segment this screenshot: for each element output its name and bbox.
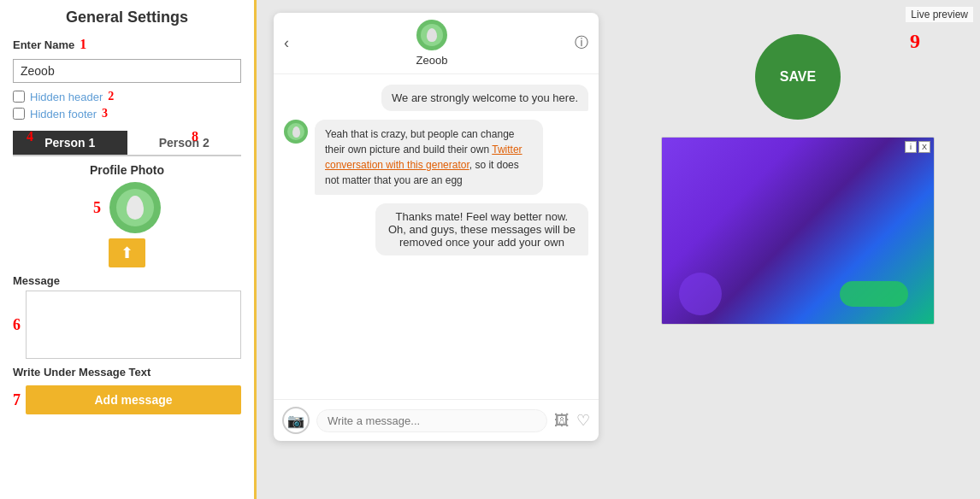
chat-bubble-right-2: Thanks mate! Feel way better now. Oh, an…	[375, 203, 588, 255]
message-textarea[interactable]	[26, 291, 241, 359]
right-panel: Live preview SAVE 9 i X	[616, 0, 980, 499]
person2-tab[interactable]: Person 2	[127, 131, 242, 155]
num1: 1	[80, 37, 86, 52]
upload-photo-button[interactable]: ⬆	[109, 238, 145, 267]
live-preview-label: Live preview	[906, 7, 973, 22]
person-tabs: 4 Person 1 Person 2 8	[13, 131, 241, 156]
settings-title: General Settings	[13, 9, 241, 26]
ad-box: i X	[661, 137, 935, 325]
num6: 6	[13, 316, 21, 334]
message-section: Message 6	[13, 274, 241, 359]
middle-panel: ‹ Zeoob ⓘ We are strongly welcome to you…	[257, 0, 616, 499]
ad-info-button[interactable]: i	[905, 141, 917, 153]
heart-icon[interactable]: ♡	[576, 411, 590, 430]
profile-photo-label: Profile Photo	[90, 163, 164, 177]
profile-photo-section: Profile Photo 5 ⬆	[13, 163, 241, 267]
profile-avatar	[109, 182, 161, 233]
chat-bubble-right-1: We are strongly welcome to you here.	[381, 85, 588, 111]
image-icon[interactable]: 🖼	[554, 412, 570, 430]
ad-green-blob	[840, 281, 908, 307]
num4: 4	[27, 129, 33, 144]
num7: 7	[13, 391, 21, 409]
hidden-header-row: Hidden header 2	[13, 90, 241, 103]
header-avatar	[416, 20, 447, 50]
back-arrow[interactable]: ‹	[284, 34, 289, 52]
ad-close-button[interactable]: X	[918, 141, 930, 153]
camera-button[interactable]: 📷	[282, 407, 310, 434]
phone-frame: ‹ Zeoob ⓘ We are strongly welcome to you…	[274, 13, 599, 441]
chat-left-egg	[292, 126, 300, 138]
upload-icon: ⬆	[121, 244, 133, 261]
info-icon[interactable]: ⓘ	[575, 34, 588, 52]
num2: 2	[108, 90, 114, 103]
chat-body: We are strongly welcome to you here. Yea…	[274, 74, 599, 399]
hidden-footer-checkbox[interactable]	[13, 108, 25, 120]
num5: 5	[93, 199, 101, 217]
enter-name-label: Enter Name 1	[13, 37, 241, 52]
add-message-button[interactable]: Add message	[26, 385, 241, 414]
num3: 3	[102, 107, 108, 120]
num9: 9	[910, 30, 920, 53]
ad-purple-blob	[679, 273, 722, 315]
write-under-section: Write Under Message Text	[13, 366, 241, 379]
chat-bubble-left-1: Yeah that is crazy, but people can chang…	[284, 120, 543, 195]
name-input[interactable]	[13, 59, 241, 83]
hidden-footer-row: Hidden footer 3	[13, 107, 241, 120]
num8: 8	[192, 129, 198, 144]
chat-input[interactable]	[316, 409, 547, 432]
save-button[interactable]: SAVE	[755, 34, 841, 120]
header-egg	[427, 28, 437, 42]
left-panel: General Settings Enter Name 1 Hidden hea…	[0, 0, 257, 499]
header-username: Zeoob	[416, 54, 448, 67]
phone-header: ‹ Zeoob ⓘ	[274, 13, 599, 74]
avatar-egg	[127, 196, 144, 220]
chat-input-bar: 📷 🖼 ♡	[274, 399, 599, 441]
hidden-header-checkbox[interactable]	[13, 91, 25, 103]
chat-left-avatar	[284, 120, 308, 144]
